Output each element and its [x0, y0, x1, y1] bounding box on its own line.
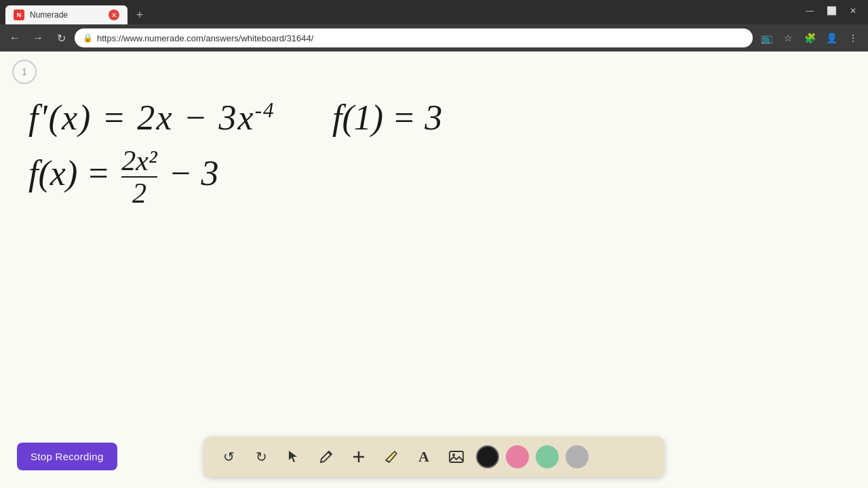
undo-button[interactable]: ↺	[216, 444, 241, 470]
browser-tab[interactable]: N Numerade ✕	[5, 5, 127, 24]
address-bar[interactable]: 🔒 https://www.numerade.com/answers/white…	[75, 28, 753, 47]
pen-tool-button[interactable]	[313, 444, 339, 470]
math-content: f'(x) = 2x − 3x-4 f(1) = 3 f(x) = 2x² 2 …	[0, 52, 868, 434]
math-line2: f(x) = 2x² 2 − 3	[28, 146, 219, 207]
menu-icon[interactable]: ⋮	[844, 28, 863, 47]
color-green[interactable]	[536, 445, 559, 468]
highlight-tool-button[interactable]	[378, 444, 404, 470]
add-button[interactable]	[346, 444, 372, 470]
refresh-button[interactable]: ↻	[52, 28, 71, 47]
whiteboard-canvas: 1 f'(x) = 2x − 3x-4 f(1) = 3 f(x) = 2x² …	[0, 52, 868, 488]
forward-button[interactable]: →	[28, 28, 47, 47]
maximize-button[interactable]: ⬜	[822, 4, 841, 18]
redo-button[interactable]: ↻	[248, 444, 274, 470]
math-condition: f(1) = 3	[332, 98, 442, 138]
svg-point-5	[452, 453, 455, 456]
fraction: 2x² 2	[121, 146, 157, 207]
close-window-button[interactable]: ✕	[844, 4, 863, 18]
tab-close-button[interactable]: ✕	[108, 9, 119, 20]
image-tool-button[interactable]	[443, 444, 469, 470]
new-tab-button[interactable]: +	[130, 5, 149, 24]
svg-rect-4	[450, 451, 463, 462]
minimize-button[interactable]: —	[800, 4, 819, 18]
tab-favicon: N	[14, 9, 24, 20]
select-tool-button[interactable]	[281, 444, 307, 470]
url-text: https://www.numerade.com/answers/whitebo…	[97, 33, 745, 43]
back-button[interactable]: ←	[5, 28, 24, 47]
lock-icon: 🔒	[83, 33, 93, 43]
stop-recording-button[interactable]: Stop Recording	[17, 443, 117, 470]
tab-title: Numerade	[30, 10, 103, 20]
bookmark-icon[interactable]: ☆	[778, 28, 797, 47]
color-black[interactable]	[476, 445, 499, 468]
text-tool-button[interactable]: A	[411, 444, 437, 470]
color-gray[interactable]	[566, 445, 589, 468]
profile-icon[interactable]: 👤	[822, 28, 841, 47]
color-pink[interactable]	[506, 445, 529, 468]
cast-icon[interactable]: 📺	[757, 28, 776, 47]
drawing-toolbar: ↺ ↻ A	[203, 436, 665, 477]
math-line1: f'(x) = 2x − 3x-4	[28, 98, 275, 138]
extensions-icon[interactable]: 🧩	[800, 28, 819, 47]
